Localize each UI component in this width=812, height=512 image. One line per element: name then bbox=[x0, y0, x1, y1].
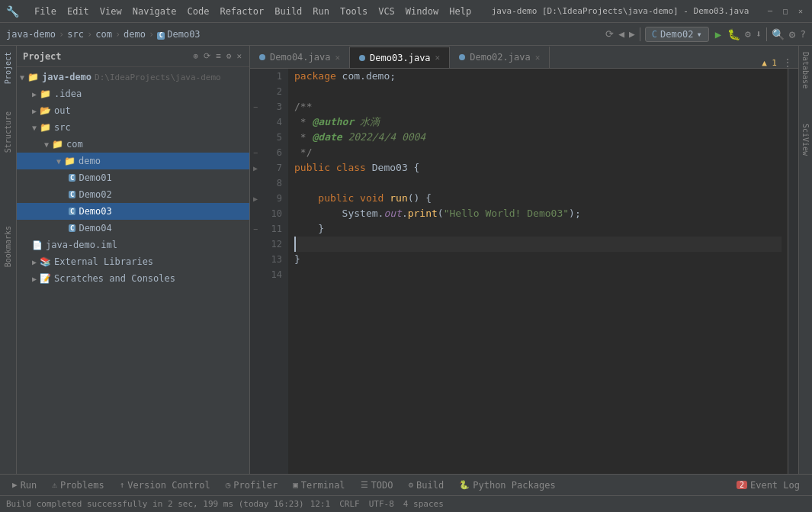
menu-code[interactable]: Code bbox=[183, 5, 214, 18]
problems-tab[interactable]: ⚠ Problems bbox=[46, 476, 110, 494]
menu-tools[interactable]: Tools bbox=[335, 5, 372, 18]
line-6: − 6 bbox=[250, 145, 288, 160]
menu-build[interactable]: Build bbox=[270, 5, 307, 18]
close-panel-icon[interactable]: ✕ bbox=[235, 50, 243, 62]
database-vertical-tab[interactable]: Database bbox=[800, 46, 811, 95]
tree-item-demo03[interactable]: C Demo03 bbox=[17, 203, 249, 220]
fold-icon[interactable]: − bbox=[253, 149, 258, 157]
menu-view[interactable]: View bbox=[95, 5, 127, 18]
terminal-tab[interactable]: ▣ Terminal bbox=[287, 476, 351, 494]
tree-item-demo02[interactable]: C Demo02 bbox=[17, 186, 249, 203]
src-folder-icon: 📁 bbox=[40, 122, 51, 133]
run-coverage-icon[interactable]: ⚙ bbox=[745, 28, 751, 40]
menu-file[interactable]: File bbox=[30, 5, 61, 18]
todo-tab[interactable]: ☰ TODO bbox=[355, 476, 400, 494]
tree-item-com[interactable]: ▼ 📁 com bbox=[17, 136, 249, 153]
run-tab[interactable]: ▶ Run bbox=[6, 476, 43, 494]
code-line-7: public class Demo03 { bbox=[294, 160, 782, 175]
python-packages-tab[interactable]: 🐍 Python Packages bbox=[453, 476, 561, 494]
tab-close-icon[interactable]: ✕ bbox=[535, 53, 541, 63]
fold-icon[interactable]: − bbox=[253, 225, 258, 233]
help-icon[interactable]: ? bbox=[800, 28, 806, 40]
run-icon[interactable]: ▶ bbox=[253, 164, 258, 172]
tab-close-icon[interactable]: ✕ bbox=[335, 53, 340, 63]
demo-folder-icon: 📁 bbox=[64, 156, 75, 166]
tab-close-icon[interactable]: ✕ bbox=[435, 53, 441, 63]
debug-icon[interactable]: 🐛 bbox=[727, 28, 740, 40]
warning-indicator[interactable]: ▲ 1 bbox=[762, 58, 777, 68]
line-3: − 3 bbox=[250, 99, 288, 114]
nav-forward-icon[interactable]: ▶ bbox=[629, 28, 635, 40]
sync-icon[interactable]: ⟳ bbox=[202, 50, 212, 62]
tree-item-out[interactable]: ▶ 📂 out bbox=[17, 102, 249, 119]
gear-icon[interactable]: ⚙ bbox=[225, 50, 233, 62]
tab-demo04[interactable]: Demo04.java ✕ bbox=[250, 47, 350, 68]
breadcrumb-class[interactable]: CDemo03 bbox=[157, 29, 200, 40]
status-right: 12:1 CRLF UTF-8 4 spaces bbox=[310, 499, 444, 509]
minimize-button[interactable]: ─ bbox=[765, 6, 775, 17]
run-icon[interactable]: ▶ bbox=[253, 195, 258, 203]
code-line-13: } bbox=[294, 252, 782, 267]
run-config-dropdown[interactable]: C Demo02 ▾ bbox=[645, 27, 709, 42]
tree-item-demo04[interactable]: C Demo04 bbox=[17, 220, 249, 237]
nav-back-icon[interactable]: ◀ bbox=[618, 28, 624, 40]
tab-demo02[interactable]: Demo02.java ✕ bbox=[450, 47, 550, 68]
tree-item-scratches[interactable]: ▶ 📝 Scratches and Consoles bbox=[17, 270, 249, 287]
line-13: 13 bbox=[250, 252, 288, 267]
event-log-button[interactable]: 2 Event Log bbox=[730, 478, 806, 492]
build-tab[interactable]: ⚙ Build bbox=[402, 476, 450, 494]
vcs-update-icon[interactable]: ⟳ bbox=[605, 28, 614, 40]
breadcrumb-project[interactable]: java-demo bbox=[6, 29, 56, 40]
tree-item-demo01[interactable]: C Demo01 bbox=[17, 169, 249, 186]
add-icon[interactable]: ⊕ bbox=[192, 50, 201, 62]
structure-vertical-tab[interactable]: Structure bbox=[2, 105, 14, 159]
tree-item-src[interactable]: ▼ 📁 src bbox=[17, 119, 249, 136]
code-editor[interactable]: package com.demo; /** * @author 水滴 * @da… bbox=[288, 69, 788, 474]
close-button[interactable]: ✕ bbox=[795, 6, 806, 17]
scrollbar-minimap[interactable] bbox=[788, 69, 798, 474]
menu-edit[interactable]: Edit bbox=[63, 5, 94, 18]
menu-refactor[interactable]: Refactor bbox=[215, 5, 268, 18]
breadcrumb-com[interactable]: com bbox=[95, 29, 112, 40]
project-vertical-tab[interactable]: Project bbox=[2, 46, 14, 90]
tree-item-idea[interactable]: ▶ 📁 .idea bbox=[17, 85, 249, 102]
search-everywhere-icon[interactable]: 🔍 bbox=[772, 28, 785, 40]
code-line-5: * @date 2022/4/4 0004 bbox=[294, 130, 782, 145]
version-control-tab[interactable]: ↑ Version Control bbox=[114, 476, 217, 494]
more-run-icon[interactable]: ⬇ bbox=[756, 28, 762, 40]
maximize-button[interactable]: □ bbox=[780, 6, 791, 17]
tree-item-demo[interactable]: ▼ 📁 demo bbox=[17, 153, 249, 169]
code-line-6: */ bbox=[294, 145, 782, 160]
profiler-tab[interactable]: ◷ Profiler bbox=[220, 476, 284, 494]
menu-window[interactable]: Window bbox=[401, 5, 443, 18]
collapse-icon[interactable]: ≡ bbox=[214, 50, 223, 62]
scratches-icon: 📝 bbox=[40, 273, 51, 284]
menu-navigate[interactable]: Navigate bbox=[128, 5, 181, 18]
tree-item-root[interactable]: ▼ 📁 java-demo D:\IdeaProjects\java-demo bbox=[17, 69, 249, 85]
sciview-vertical-tab[interactable]: SciView bbox=[800, 118, 811, 162]
tree-item-ext-libs[interactable]: ▶ 📚 External Libraries bbox=[17, 253, 249, 270]
tab-demo03[interactable]: Demo03.java ✕ bbox=[350, 47, 450, 68]
title-text: java-demo [D:\IdeaProjects\java-demo] - … bbox=[476, 6, 765, 16]
line-ending[interactable]: CRLF bbox=[339, 499, 360, 509]
expand-tabs-icon[interactable]: ⋮ bbox=[783, 57, 792, 68]
menu-vcs[interactable]: VCS bbox=[374, 5, 400, 18]
line-7: ▶ 7 bbox=[250, 160, 288, 175]
iml-file-icon: 📄 bbox=[32, 240, 43, 250]
bookmarks-vertical-tab[interactable]: Bookmarks bbox=[2, 220, 14, 273]
tree-label: Scratches and Consoles bbox=[54, 273, 175, 284]
run-button[interactable]: ▶ bbox=[714, 28, 723, 40]
run-tab-label: Run bbox=[21, 480, 37, 491]
breadcrumb-demo[interactable]: demo bbox=[124, 29, 146, 40]
menu-run[interactable]: Run bbox=[308, 5, 334, 18]
fold-icon[interactable]: − bbox=[253, 103, 258, 111]
cursor-position[interactable]: 12:1 bbox=[310, 499, 331, 509]
tree-item-iml[interactable]: 📄 java-demo.iml bbox=[17, 237, 249, 253]
indent-setting[interactable]: 4 spaces bbox=[403, 499, 444, 509]
breadcrumb-src[interactable]: src bbox=[67, 29, 84, 40]
settings-icon[interactable]: ⚙ bbox=[789, 28, 795, 40]
terminal-tab-label: Terminal bbox=[301, 480, 345, 491]
encoding[interactable]: UTF-8 bbox=[369, 499, 394, 509]
menu-help[interactable]: Help bbox=[445, 5, 476, 18]
line-5: 5 bbox=[250, 130, 288, 145]
